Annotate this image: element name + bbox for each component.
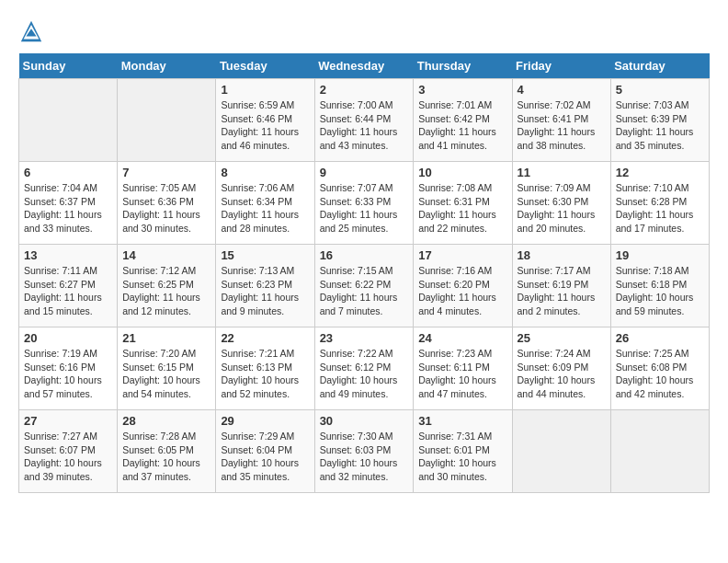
calendar-cell: 8Sunrise: 7:06 AMSunset: 6:34 PMDaylight… xyxy=(216,162,314,245)
day-number: 24 xyxy=(418,331,506,345)
day-info: Sunrise: 7:13 AMSunset: 6:23 PMDaylight:… xyxy=(221,264,309,318)
day-info: Sunrise: 7:16 AMSunset: 6:20 PMDaylight:… xyxy=(418,264,506,318)
calendar-cell xyxy=(19,79,118,162)
weekday-header-sunday: Sunday xyxy=(19,53,118,79)
calendar-cell: 2Sunrise: 7:00 AMSunset: 6:44 PMDaylight… xyxy=(314,79,414,162)
day-info: Sunrise: 7:02 AMSunset: 6:41 PMDaylight:… xyxy=(518,98,606,153)
calendar-cell: 28Sunrise: 7:28 AMSunset: 6:05 PMDayligh… xyxy=(118,410,216,493)
day-info: Sunrise: 7:27 AMSunset: 6:07 PMDaylight:… xyxy=(24,430,112,484)
day-number: 9 xyxy=(320,166,409,179)
calendar-cell: 5Sunrise: 7:03 AMSunset: 6:39 PMDaylight… xyxy=(610,79,709,162)
calendar-cell xyxy=(512,410,610,493)
day-number: 30 xyxy=(320,414,409,428)
calendar-cell: 21Sunrise: 7:20 AMSunset: 6:15 PMDayligh… xyxy=(118,327,216,410)
day-number: 29 xyxy=(221,414,309,428)
day-info: Sunrise: 7:15 AMSunset: 6:22 PMDaylight:… xyxy=(320,264,409,318)
calendar-cell: 1Sunrise: 6:59 AMSunset: 6:46 PMDaylight… xyxy=(216,79,314,162)
day-info: Sunrise: 7:00 AMSunset: 6:44 PMDaylight:… xyxy=(320,98,409,153)
day-info: Sunrise: 7:28 AMSunset: 6:05 PMDaylight:… xyxy=(122,430,210,484)
day-number: 31 xyxy=(418,414,506,428)
day-number: 10 xyxy=(418,166,506,179)
day-info: Sunrise: 7:30 AMSunset: 6:03 PMDaylight:… xyxy=(320,430,409,484)
calendar-table: SundayMondayTuesdayWednesdayThursdayFrid… xyxy=(18,53,710,493)
calendar-cell xyxy=(118,79,216,162)
page-header xyxy=(18,18,710,44)
calendar-cell: 4Sunrise: 7:02 AMSunset: 6:41 PMDaylight… xyxy=(512,79,610,162)
calendar-cell: 15Sunrise: 7:13 AMSunset: 6:23 PMDayligh… xyxy=(216,245,314,327)
day-info: Sunrise: 7:25 AMSunset: 6:08 PMDaylight:… xyxy=(616,347,704,401)
weekday-header-wednesday: Wednesday xyxy=(314,53,414,79)
calendar-cell: 31Sunrise: 7:31 AMSunset: 6:01 PMDayligh… xyxy=(414,410,512,493)
day-number: 23 xyxy=(320,331,409,345)
weekday-header-row: SundayMondayTuesdayWednesdayThursdayFrid… xyxy=(19,53,710,79)
day-number: 15 xyxy=(221,248,309,262)
weekday-header-monday: Monday xyxy=(118,53,216,79)
calendar-cell: 13Sunrise: 7:11 AMSunset: 6:27 PMDayligh… xyxy=(19,245,118,327)
weekday-header-saturday: Saturday xyxy=(610,53,709,79)
calendar-week-row: 13Sunrise: 7:11 AMSunset: 6:27 PMDayligh… xyxy=(19,245,710,327)
calendar-cell: 12Sunrise: 7:10 AMSunset: 6:28 PMDayligh… xyxy=(610,162,709,245)
day-info: Sunrise: 7:29 AMSunset: 6:04 PMDaylight:… xyxy=(221,430,309,484)
day-info: Sunrise: 7:23 AMSunset: 6:11 PMDaylight:… xyxy=(418,347,506,401)
calendar-week-row: 6Sunrise: 7:04 AMSunset: 6:37 PMDaylight… xyxy=(19,162,710,245)
day-info: Sunrise: 7:31 AMSunset: 6:01 PMDaylight:… xyxy=(418,430,506,484)
calendar-cell: 11Sunrise: 7:09 AMSunset: 6:30 PMDayligh… xyxy=(512,162,610,245)
day-number: 7 xyxy=(122,166,210,179)
day-number: 18 xyxy=(518,248,606,262)
day-number: 17 xyxy=(418,248,506,262)
day-info: Sunrise: 7:07 AMSunset: 6:33 PMDaylight:… xyxy=(320,181,409,236)
day-number: 27 xyxy=(24,414,112,428)
calendar-cell: 19Sunrise: 7:18 AMSunset: 6:18 PMDayligh… xyxy=(610,245,709,327)
day-number: 4 xyxy=(518,83,606,97)
day-number: 26 xyxy=(616,331,704,345)
day-info: Sunrise: 7:06 AMSunset: 6:34 PMDaylight:… xyxy=(221,181,309,236)
calendar-cell: 10Sunrise: 7:08 AMSunset: 6:31 PMDayligh… xyxy=(414,162,512,245)
day-info: Sunrise: 7:18 AMSunset: 6:18 PMDaylight:… xyxy=(616,264,704,318)
day-info: Sunrise: 7:22 AMSunset: 6:12 PMDaylight:… xyxy=(320,347,409,401)
day-number: 8 xyxy=(221,166,309,179)
day-info: Sunrise: 7:21 AMSunset: 6:13 PMDaylight:… xyxy=(221,347,309,401)
calendar-week-row: 20Sunrise: 7:19 AMSunset: 6:16 PMDayligh… xyxy=(19,327,710,410)
day-number: 14 xyxy=(122,248,210,262)
day-info: Sunrise: 7:11 AMSunset: 6:27 PMDaylight:… xyxy=(24,264,112,318)
calendar-cell: 9Sunrise: 7:07 AMSunset: 6:33 PMDaylight… xyxy=(314,162,414,245)
day-number: 2 xyxy=(320,83,409,97)
day-number: 12 xyxy=(616,166,704,179)
day-info: Sunrise: 7:04 AMSunset: 6:37 PMDaylight:… xyxy=(24,181,112,236)
day-number: 28 xyxy=(122,414,210,428)
day-info: Sunrise: 7:03 AMSunset: 6:39 PMDaylight:… xyxy=(616,98,704,153)
calendar-cell: 25Sunrise: 7:24 AMSunset: 6:09 PMDayligh… xyxy=(512,327,610,410)
calendar-cell: 26Sunrise: 7:25 AMSunset: 6:08 PMDayligh… xyxy=(610,327,709,410)
day-info: Sunrise: 7:01 AMSunset: 6:42 PMDaylight:… xyxy=(418,98,506,153)
calendar-cell: 20Sunrise: 7:19 AMSunset: 6:16 PMDayligh… xyxy=(19,327,118,410)
day-number: 1 xyxy=(221,83,309,97)
calendar-cell: 29Sunrise: 7:29 AMSunset: 6:04 PMDayligh… xyxy=(216,410,314,493)
logo-icon xyxy=(18,18,44,44)
calendar-cell: 6Sunrise: 7:04 AMSunset: 6:37 PMDaylight… xyxy=(19,162,118,245)
day-number: 21 xyxy=(122,331,210,345)
day-number: 5 xyxy=(616,83,704,97)
day-info: Sunrise: 7:05 AMSunset: 6:36 PMDaylight:… xyxy=(122,181,210,236)
calendar-cell: 24Sunrise: 7:23 AMSunset: 6:11 PMDayligh… xyxy=(414,327,512,410)
weekday-header-friday: Friday xyxy=(512,53,610,79)
day-info: Sunrise: 7:17 AMSunset: 6:19 PMDaylight:… xyxy=(518,264,606,318)
calendar-cell: 22Sunrise: 7:21 AMSunset: 6:13 PMDayligh… xyxy=(216,327,314,410)
day-info: Sunrise: 7:10 AMSunset: 6:28 PMDaylight:… xyxy=(616,181,704,236)
day-number: 6 xyxy=(24,166,112,179)
weekday-header-tuesday: Tuesday xyxy=(216,53,314,79)
day-info: Sunrise: 7:09 AMSunset: 6:30 PMDaylight:… xyxy=(518,181,606,236)
day-number: 22 xyxy=(221,331,309,345)
day-number: 3 xyxy=(418,83,506,97)
weekday-header-thursday: Thursday xyxy=(414,53,512,79)
day-number: 11 xyxy=(518,166,606,179)
calendar-cell: 16Sunrise: 7:15 AMSunset: 6:22 PMDayligh… xyxy=(314,245,414,327)
day-info: Sunrise: 6:59 AMSunset: 6:46 PMDaylight:… xyxy=(221,98,309,153)
day-info: Sunrise: 7:24 AMSunset: 6:09 PMDaylight:… xyxy=(518,347,606,401)
calendar-cell: 7Sunrise: 7:05 AMSunset: 6:36 PMDaylight… xyxy=(118,162,216,245)
day-info: Sunrise: 7:12 AMSunset: 6:25 PMDaylight:… xyxy=(122,264,210,318)
calendar-cell: 17Sunrise: 7:16 AMSunset: 6:20 PMDayligh… xyxy=(414,245,512,327)
logo xyxy=(18,18,48,44)
day-info: Sunrise: 7:19 AMSunset: 6:16 PMDaylight:… xyxy=(24,347,112,401)
day-number: 13 xyxy=(24,248,112,262)
calendar-cell: 14Sunrise: 7:12 AMSunset: 6:25 PMDayligh… xyxy=(118,245,216,327)
